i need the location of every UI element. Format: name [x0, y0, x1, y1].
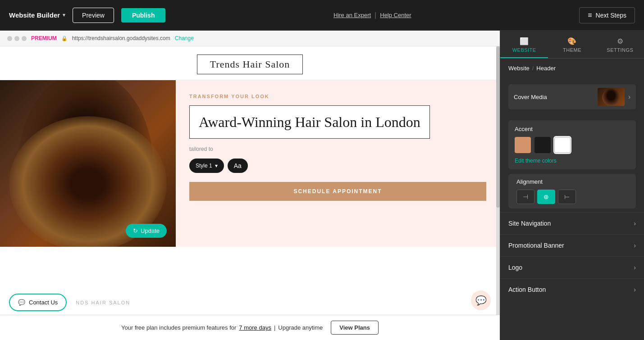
action-button-chevron-icon: › [634, 286, 636, 293]
breadcrumb-parent[interactable]: Website [508, 65, 530, 72]
alignment-section: Alignment ⊣ ⊕ ⊢ [508, 174, 636, 209]
update-icon: ↻ [133, 227, 138, 234]
align-right-icon: ⊢ [564, 193, 570, 200]
browser-dots [7, 36, 27, 41]
cover-media-chevron-icon: › [628, 93, 630, 100]
align-left-button[interactable]: ⊣ [516, 190, 534, 204]
upgrade-banner: Your free plan includes premium features… [0, 315, 500, 340]
tab-website-label: WEBSITE [512, 47, 536, 53]
view-plans-button[interactable]: View Plans [331, 321, 379, 335]
tab-settings-label: SETTINGS [607, 47, 633, 53]
style-label: Style 1 [196, 163, 212, 169]
hero-headline: Award-Winning Hair Salon in London [199, 113, 420, 131]
top-bar-center: Hire an Expert | Help Center [165, 11, 579, 19]
align-center-button[interactable]: ⊕ [537, 190, 555, 204]
breadcrumb: Website / Header [500, 59, 644, 76]
sidebar-content: Cover Media › Accent Edit theme [500, 76, 644, 340]
theme-icon: 🎨 [567, 37, 577, 45]
swatch-salmon[interactable] [515, 137, 531, 153]
website-builder-brand[interactable]: Website Builder ▾ [9, 11, 65, 19]
sidebar-item-site-navigation[interactable]: Site Navigation › [500, 212, 644, 234]
action-button-label: Action Button [508, 286, 546, 293]
chat-bubble-button[interactable]: 💬 [471, 290, 491, 310]
premium-badge: PREMIUM [31, 35, 57, 41]
promotional-banner-chevron-icon: › [634, 242, 636, 249]
hero-section: ↻ Update TRANSFORM YOUR LOOK Award-Winni… [0, 80, 500, 247]
update-label: Update [141, 227, 160, 234]
hero-tagline: TRANSFORM YOUR LOOK [189, 94, 269, 99]
chat-icon: 💬 [18, 299, 25, 306]
schedule-button[interactable]: SCHEDULE APPOINTMENT [189, 182, 486, 201]
browser-dot-3 [22, 36, 27, 41]
upgrade-separator: | [274, 324, 275, 331]
tab-theme-label: THEME [563, 47, 581, 53]
hero-controls: Style 1 ▾ Aa [189, 159, 248, 173]
cover-media-thumbnail [598, 88, 625, 106]
right-sidebar: ⬜ WEBSITE 🎨 THEME ⚙ SETTINGS Website / H… [500, 31, 644, 340]
preview-button[interactable]: Preview [73, 8, 114, 23]
help-center-link[interactable]: Help Center [380, 12, 411, 18]
days-link[interactable]: 7 more days [239, 324, 271, 331]
url-text: https://trendshairsalon.godaddysites.com [72, 35, 170, 41]
next-steps-button[interactable]: ≡ Next Steps [579, 7, 635, 23]
hero-image-container: ↻ Update [0, 80, 176, 247]
canvas-scrollbar-thumb [496, 46, 500, 208]
cover-media-label: Cover Media [514, 94, 547, 100]
site-navigation-label: Site Navigation [508, 220, 551, 227]
align-left-icon: ⊣ [523, 193, 528, 200]
site-title[interactable]: Trends Hair Salon [197, 54, 303, 74]
upgrade-text: Your free plan includes premium features… [121, 324, 236, 331]
font-icon: Aa [234, 162, 242, 169]
style-chevron-icon: ▾ [215, 163, 218, 169]
font-selector[interactable]: Aa [228, 159, 248, 173]
edit-theme-link[interactable]: Edit theme colors [515, 158, 630, 164]
swatch-dark[interactable] [534, 137, 551, 153]
breadcrumb-separator: / [532, 65, 534, 72]
change-link[interactable]: Change [175, 35, 194, 41]
chat-bubble-icon: 💬 [475, 295, 487, 306]
style-selector[interactable]: Style 1 ▾ [189, 159, 224, 173]
sidebar-item-logo[interactable]: Logo › [500, 256, 644, 278]
divider: | [375, 11, 376, 19]
contact-us-button[interactable]: 💬 Contact Us [9, 294, 67, 311]
next-steps-icon: ≡ [588, 11, 592, 19]
contact-us-label: Contact Us [29, 299, 58, 306]
footer-salon-name: NDS HAIR SALON [76, 300, 130, 305]
browser-chrome: PREMIUM 🔒 https://trendshairsalon.godadd… [0, 31, 500, 46]
hero-content: TRANSFORM YOUR LOOK Award-Winning Hair S… [176, 80, 500, 247]
top-bar-left: Website Builder ▾ Preview Publish [9, 8, 165, 23]
settings-icon: ⚙ [617, 37, 624, 45]
accent-section: Accent Edit theme colors [500, 116, 644, 174]
canvas-area: PREMIUM 🔒 https://trendshairsalon.godadd… [0, 31, 500, 340]
hire-expert-link[interactable]: Hire an Expert [333, 12, 371, 18]
website-canvas: Trends Hair Salon ↻ Update TRANSFORM YOU… [0, 46, 500, 315]
site-title-bar: Trends Hair Salon [0, 46, 500, 80]
cover-media-row[interactable]: Cover Media › [508, 84, 636, 109]
top-bar: Website Builder ▾ Preview Publish Hire a… [0, 0, 644, 31]
brand-label: Website Builder [9, 11, 60, 19]
align-right-button[interactable]: ⊢ [558, 190, 576, 204]
publish-button[interactable]: Publish [121, 8, 166, 23]
alignment-label: Alignment [516, 178, 628, 185]
promotional-banner-label: Promotional Banner [508, 242, 564, 249]
cover-media-right: › [598, 88, 630, 106]
align-center-icon: ⊕ [544, 193, 549, 200]
accent-label: Accent [515, 126, 630, 132]
swatch-white[interactable] [554, 137, 571, 153]
sidebar-item-action-button[interactable]: Action Button › [500, 278, 644, 300]
tab-theme[interactable]: 🎨 THEME [548, 31, 596, 58]
hero-image [0, 80, 176, 247]
browser-dot-2 [14, 36, 19, 41]
canvas-scrollbar[interactable] [496, 46, 500, 315]
tab-website[interactable]: ⬜ WEBSITE [500, 31, 548, 58]
website-icon: ⬜ [520, 37, 529, 45]
hero-headline-box[interactable]: Award-Winning Hair Salon in London [189, 105, 430, 139]
alignment-options: ⊣ ⊕ ⊢ [516, 190, 628, 204]
sidebar-item-promotional-banner[interactable]: Promotional Banner › [500, 234, 644, 256]
logo-label: Logo [508, 264, 522, 271]
sidebar-tabs: ⬜ WEBSITE 🎨 THEME ⚙ SETTINGS [500, 31, 644, 59]
update-button[interactable]: ↻ Update [126, 224, 167, 238]
breadcrumb-current: Header [536, 65, 556, 72]
tab-settings[interactable]: ⚙ SETTINGS [596, 31, 644, 58]
brand-chevron-icon: ▾ [63, 12, 65, 18]
